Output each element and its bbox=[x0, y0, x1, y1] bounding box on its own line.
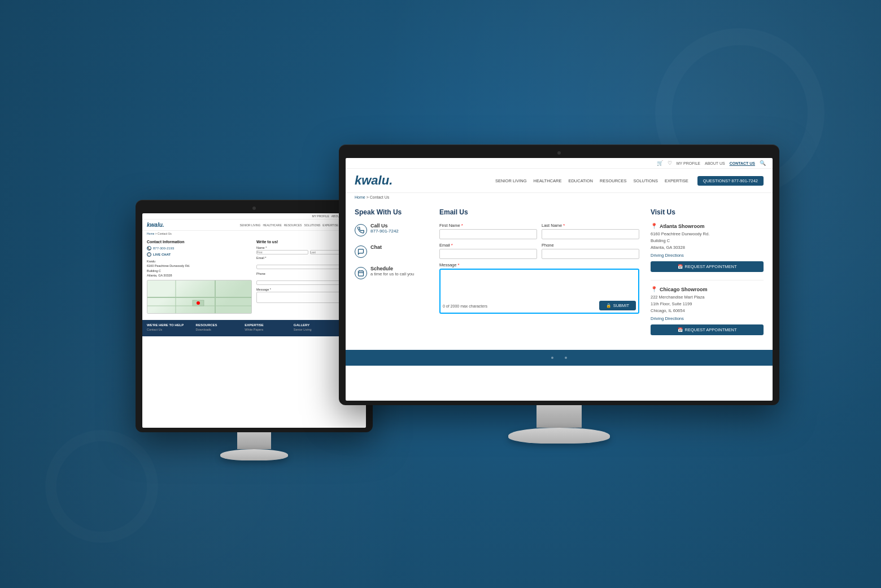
large-top-bar: 🛒 ♡ MY PROFILE ABOUT US CONTACT US 🔍 bbox=[346, 158, 773, 169]
large-monitor-frame: 🛒 ♡ MY PROFILE ABOUT US CONTACT US 🔍 kwa… bbox=[339, 144, 779, 405]
small-my-profile[interactable]: MY PROFILE bbox=[312, 214, 329, 218]
search-icon[interactable]: 🔍 bbox=[760, 160, 766, 166]
small-nav-senior[interactable]: SENIOR LIVING bbox=[240, 223, 261, 227]
speak-chat-label[interactable]: Chat bbox=[370, 244, 382, 250]
chicago-showroom-name: 📍 Chicago Showroom bbox=[651, 286, 764, 292]
large-breadcrumb: Home > Contact Us bbox=[346, 193, 773, 201]
large-logo[interactable]: kwalu. bbox=[355, 173, 392, 188]
small-logo[interactable]: kwalu. bbox=[147, 222, 164, 228]
small-phone-item: 📞 877-300-2193 bbox=[147, 246, 252, 251]
small-map[interactable] bbox=[147, 280, 252, 314]
atlanta-request-label: REQUEST APPOINTMENT bbox=[685, 264, 737, 269]
email-field-label: Email * bbox=[439, 243, 537, 248]
large-nav-healthcare[interactable]: HEALTHCARE bbox=[534, 178, 562, 183]
large-nav-links: SENIOR LIVING HEALTHCARE EDUCATION RESOU… bbox=[495, 178, 688, 183]
showroom-divider bbox=[651, 280, 764, 280]
small-footer-whitepapers-link[interactable]: White Papers bbox=[245, 328, 282, 331]
large-stand-base bbox=[508, 428, 610, 444]
calendar-icon bbox=[355, 267, 367, 279]
footer-dot-2 bbox=[565, 357, 567, 359]
large-contact-us[interactable]: CONTACT US bbox=[730, 161, 755, 165]
small-address-line2: Building C bbox=[147, 269, 252, 273]
small-live-chat[interactable]: LIVE CHAT bbox=[153, 253, 171, 256]
large-my-profile[interactable]: MY PROFILE bbox=[677, 161, 700, 165]
speak-call-number[interactable]: 877-901-7242 bbox=[370, 229, 399, 234]
email-heading: Email Us bbox=[439, 208, 639, 216]
phone-group: Phone bbox=[542, 243, 639, 259]
large-breadcrumb-home[interactable]: Home bbox=[355, 195, 365, 199]
atlanta-request-button[interactable]: 📅 REQUEST APPOINTMENT bbox=[651, 261, 764, 272]
atlanta-directions-link[interactable]: Driving Directions bbox=[651, 253, 764, 258]
small-monitor-frame: MY PROFILE ABOUT US CONTACT kwalu. SENIO… bbox=[136, 200, 373, 432]
message-textarea[interactable] bbox=[443, 272, 636, 297]
large-nav-expertise[interactable]: EXPERTISE bbox=[665, 178, 688, 183]
phone-icon bbox=[355, 224, 367, 236]
cart-icon[interactable]: 🛒 bbox=[657, 160, 663, 166]
small-footer-seniorliving-link[interactable]: Senior Living bbox=[294, 328, 332, 331]
large-footer-bar bbox=[346, 350, 773, 366]
small-footer-contact-link[interactable]: Contact Us bbox=[147, 328, 185, 331]
chicago-directions-link[interactable]: Driving Directions bbox=[651, 316, 764, 321]
last-name-input[interactable] bbox=[542, 229, 639, 239]
small-first-input[interactable] bbox=[256, 250, 308, 254]
large-camera bbox=[557, 151, 561, 155]
chicago-calendar-icon: 📅 bbox=[678, 327, 683, 332]
message-label: Message * bbox=[439, 262, 639, 267]
small-footer-downloads-link[interactable]: Downloads bbox=[196, 328, 234, 331]
large-monitor: 🛒 ♡ MY PROFILE ABOUT US CONTACT US 🔍 kwa… bbox=[339, 144, 779, 444]
small-map-inner bbox=[147, 280, 251, 313]
visit-heading: Visit Us bbox=[651, 208, 764, 216]
large-nav-solutions[interactable]: SOLUTIONS bbox=[634, 178, 658, 183]
small-footer-resources-title: RESOURCES bbox=[196, 323, 234, 327]
speak-schedule-sub2: to call you bbox=[395, 271, 415, 277]
email-name-row: First Name * Last Name * bbox=[439, 223, 639, 239]
email-section: Email Us First Name * Last Name * bbox=[439, 208, 639, 343]
first-name-input[interactable] bbox=[439, 229, 537, 239]
small-footer-expertise: EXPERTISE White Papers bbox=[245, 323, 282, 333]
large-nav-resources[interactable]: RESOURCES bbox=[600, 178, 627, 183]
small-address-line1: 6160 Peachtree Dunwoody Rd. bbox=[147, 264, 252, 268]
chicago-request-button[interactable]: 📅 REQUEST APPOINTMENT bbox=[651, 324, 764, 335]
large-questions-button[interactable]: QUESTIONS? 877-901-7242 bbox=[697, 176, 764, 186]
large-content: Speak With Us Call Us 877-901-7242 bbox=[346, 201, 773, 350]
message-group: Message * 0 of 2000 max characters 🔒 SUB… bbox=[439, 262, 639, 314]
phone-input[interactable] bbox=[542, 249, 639, 259]
speak-heading: Speak With Us bbox=[355, 208, 428, 216]
small-footer-gallery: GALLERY Senior Living bbox=[294, 323, 332, 333]
small-nav-healthcare[interactable]: HEALTHCARE bbox=[263, 223, 282, 227]
speak-schedule-label[interactable]: Schedule bbox=[370, 266, 414, 271]
small-main: Contact Information 📞 877-300-2193 💬 LIV… bbox=[142, 236, 366, 318]
speak-call-text: Call Us 877-901-7242 bbox=[370, 223, 399, 234]
small-contact-title: Contact Information bbox=[147, 240, 252, 244]
speak-schedule-text: Schedule a time for us to call you bbox=[370, 266, 414, 277]
submit-button[interactable]: 🔒 SUBMIT bbox=[599, 301, 636, 310]
small-nav-resources[interactable]: RESOURCES bbox=[284, 223, 302, 227]
small-nav-expertise[interactable]: EXPERTISE bbox=[322, 223, 338, 227]
small-screen: MY PROFILE ABOUT US CONTACT kwalu. SENIO… bbox=[142, 213, 366, 428]
large-nav-education[interactable]: EDUCATION bbox=[568, 178, 593, 183]
email-input[interactable] bbox=[439, 249, 537, 259]
small-address: Kwalu 6160 Peachtree Dunwoody Rd. Buildi… bbox=[147, 259, 252, 278]
small-company-name: Kwalu bbox=[147, 259, 252, 264]
small-stand-neck bbox=[237, 432, 271, 449]
char-count: 0 of 2000 max characters bbox=[443, 304, 487, 308]
svg-rect-6 bbox=[359, 271, 364, 276]
large-about-us[interactable]: ABOUT US bbox=[705, 161, 725, 165]
visit-section: Visit Us 📍 Atlanta Showroom 6160 Peachtr… bbox=[651, 208, 764, 343]
small-phone-number[interactable]: 877-300-2193 bbox=[153, 247, 174, 250]
monitors-container: MY PROFILE ABOUT US CONTACT kwalu. SENIO… bbox=[102, 144, 779, 444]
heart-icon[interactable]: ♡ bbox=[668, 160, 672, 166]
atlanta-address: 6160 Peachtree Dunwoody Rd. Building C A… bbox=[651, 231, 764, 251]
atlanta-showroom-name: 📍 Atlanta Showroom bbox=[651, 223, 764, 229]
lock-icon: 🔒 bbox=[606, 303, 611, 308]
small-nav-solutions[interactable]: SOLUTIONS bbox=[304, 223, 320, 227]
small-breadcrumb-home[interactable]: Home bbox=[147, 232, 154, 235]
chicago-request-label: REQUEST APPOINTMENT bbox=[685, 327, 737, 332]
small-breadcrumb-current: Contact Us bbox=[158, 232, 172, 235]
large-breadcrumb-current: Contact Us bbox=[370, 195, 390, 199]
atlanta-location-icon: 📍 bbox=[651, 223, 657, 229]
large-nav-senior[interactable]: SENIOR LIVING bbox=[495, 178, 526, 183]
email-contact-row: Email * Phone bbox=[439, 243, 639, 259]
small-footer-help: WE'RE HERE TO HELP Contact Us bbox=[147, 323, 185, 333]
speak-schedule-sub: a time for us bbox=[370, 271, 394, 277]
